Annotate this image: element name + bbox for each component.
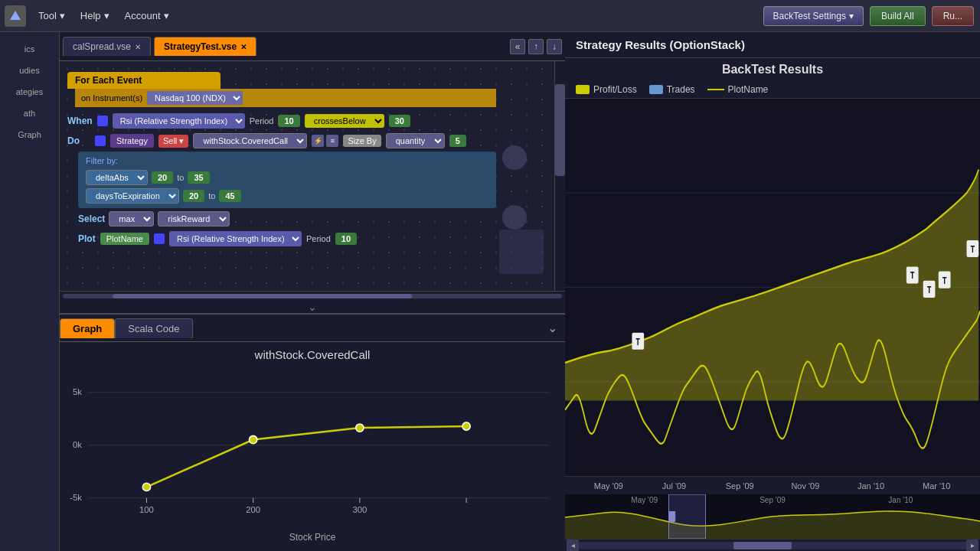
circular-control-2[interactable] bbox=[502, 205, 527, 230]
timeline-axis: May '09 Jul '09 Sep '09 Nov '09 Jan '10 … bbox=[565, 476, 980, 494]
profit-loss-swatch bbox=[576, 85, 590, 94]
svg-text:T: T bbox=[942, 275, 947, 285]
select-label: Select bbox=[78, 214, 105, 224]
trades-swatch bbox=[649, 85, 663, 94]
timeline-mar10: Mar '10 bbox=[903, 481, 969, 491]
help-menu[interactable]: Help ▾ bbox=[73, 7, 117, 24]
instrument-select[interactable]: Nasdaq 100 (NDX) bbox=[147, 91, 243, 105]
dte-row: daysToExpiration 20 to 45 bbox=[86, 188, 488, 204]
size-value[interactable]: 5 bbox=[449, 135, 466, 147]
scala-code-tab[interactable]: Scala Code bbox=[115, 318, 192, 338]
dte-to[interactable]: 45 bbox=[219, 190, 240, 202]
run-button[interactable]: Ru... bbox=[932, 6, 974, 26]
sidebar-item-strategies[interactable]: ategies bbox=[0, 81, 59, 103]
strategy-results-header: Strategy Results (OptionStack) bbox=[565, 32, 980, 58]
crosses-value[interactable]: 30 bbox=[389, 115, 410, 127]
chart-area: withStock.CoveredCall 5k 0k -5k 100 bbox=[60, 342, 565, 551]
period-label-plot: Period bbox=[306, 234, 331, 243]
scroll-left-btn[interactable]: ◂ bbox=[567, 540, 579, 552]
hscroll-thumb[interactable] bbox=[113, 294, 412, 298]
quantity-dropdown[interactable]: quantity bbox=[386, 133, 445, 148]
when-row: When Rsi (Relative Strength Index) Perio… bbox=[67, 113, 496, 129]
svg-text:100: 100 bbox=[139, 505, 154, 514]
dte-from[interactable]: 20 bbox=[183, 190, 204, 202]
svg-text:T: T bbox=[971, 243, 975, 254]
svg-text:T: T bbox=[927, 284, 932, 295]
strategy-icons: ⚡ ≡ bbox=[312, 135, 338, 147]
collapse-row[interactable]: ⌄ bbox=[60, 300, 565, 314]
size-by-label: Size By bbox=[343, 135, 381, 147]
mini-chart: May '09 Sep '09 Jan '10 bbox=[565, 494, 980, 539]
mini-jan10: Jan '10 bbox=[837, 496, 965, 504]
sidebar-item-graph[interactable]: Graph bbox=[0, 124, 59, 145]
backtest-settings-button[interactable]: BackTest Settings ▾ bbox=[763, 6, 864, 26]
svg-point-15 bbox=[250, 435, 257, 443]
ghost-block bbox=[499, 230, 544, 274]
plot-row: Plot PlotName Rsi (Relative Strength Ind… bbox=[78, 231, 496, 246]
riskrew-dropdown[interactable]: riskReward bbox=[158, 211, 230, 227]
plot-name-block: PlotName bbox=[100, 233, 149, 245]
legend-profit-loss: Profit/Loss bbox=[576, 84, 637, 95]
sidebar-item-basics[interactable]: ics bbox=[0, 38, 59, 60]
sidebar-item-studies[interactable]: udies bbox=[0, 60, 59, 81]
tab-controls: « ↑ ↓ bbox=[510, 39, 562, 54]
tab-calspread[interactable]: calSpread.vse ✕ bbox=[63, 37, 151, 56]
timeline-jan10: Jan '10 bbox=[838, 481, 904, 491]
mini-scroll-track[interactable] bbox=[579, 542, 966, 549]
legend-bar: Profit/Loss Trades PlotName bbox=[565, 81, 980, 99]
tab-close-calspread[interactable]: ✕ bbox=[135, 43, 141, 51]
strategy-icon-1: ⚡ bbox=[312, 135, 324, 147]
do-row: Do Strategy Sell ▾ withStock.CoveredCall… bbox=[67, 133, 496, 148]
expand-icon[interactable]: ↑ bbox=[528, 39, 544, 54]
sidebar-item-math[interactable]: ath bbox=[0, 103, 59, 124]
backtest-chart: T T T T T bbox=[565, 99, 980, 476]
chart-svg: 5k 0k -5k 100 200 300 bbox=[60, 367, 565, 536]
hscroll-track[interactable] bbox=[63, 294, 562, 298]
sell-dropdown[interactable]: Sell ▾ bbox=[158, 135, 188, 148]
mini-scroll-thumb[interactable] bbox=[733, 542, 792, 549]
download-icon[interactable]: ↓ bbox=[547, 39, 562, 54]
left-panel: calSpread.vse ✕ StrategyTest.vse ✕ « ↑ ↓… bbox=[60, 32, 565, 551]
to-label-2: to bbox=[208, 191, 215, 201]
svg-text:-5k: -5k bbox=[70, 493, 82, 502]
timeline-may09: May '09 bbox=[576, 481, 642, 491]
period-value-when[interactable]: 10 bbox=[278, 115, 299, 127]
crosses-below-dropdown[interactable]: crossesBelow bbox=[305, 114, 384, 128]
period-label-when: Period bbox=[250, 116, 274, 126]
delta-row: deltaAbs 20 to 35 bbox=[86, 170, 488, 185]
graph-tab[interactable]: Graph bbox=[60, 318, 115, 338]
do-checkbox[interactable] bbox=[95, 135, 106, 146]
circular-control-1[interactable] bbox=[502, 145, 527, 170]
max-dropdown[interactable]: max bbox=[109, 211, 154, 227]
tab-strategytest[interactable]: StrategyTest.vse ✕ bbox=[154, 37, 256, 56]
plotname-line bbox=[707, 89, 724, 90]
bottom-collapse-btn[interactable]: ⌄ bbox=[540, 318, 565, 338]
build-all-button[interactable]: Build All bbox=[870, 6, 926, 26]
when-checkbox[interactable] bbox=[97, 116, 108, 126]
strategy-block: Strategy bbox=[110, 134, 154, 148]
plot-rsi-dropdown[interactable]: Rsi (Relative Strength Index) bbox=[169, 231, 302, 246]
plot-period-value[interactable]: 10 bbox=[335, 233, 357, 245]
editor-vscroll[interactable] bbox=[554, 61, 565, 291]
account-menu[interactable]: Account ▾ bbox=[117, 7, 177, 24]
plot-checkbox[interactable] bbox=[154, 233, 165, 244]
delta-from[interactable]: 20 bbox=[152, 171, 173, 184]
scroll-right-btn[interactable]: ▸ bbox=[966, 540, 978, 552]
delta-dropdown[interactable]: deltaAbs bbox=[86, 170, 148, 185]
svg-text:300: 300 bbox=[352, 505, 367, 514]
collapse-left-icon[interactable]: « bbox=[510, 39, 525, 54]
editor-vscroll-thumb[interactable] bbox=[555, 84, 565, 176]
mini-may09: May '09 bbox=[580, 496, 708, 504]
svg-text:T: T bbox=[910, 270, 915, 281]
editor-area: For Each Event on Instrument(s) Nasdaq 1… bbox=[60, 61, 565, 291]
delta-to[interactable]: 35 bbox=[188, 171, 209, 184]
tab-close-strategytest[interactable]: ✕ bbox=[240, 43, 247, 51]
dte-dropdown[interactable]: daysToExpiration bbox=[86, 188, 179, 204]
strategy-type-dropdown[interactable]: withStock.CoveredCall bbox=[193, 133, 307, 148]
main-layout: ics udies ategies ath Graph calSpread.vs… bbox=[0, 32, 980, 551]
tool-menu[interactable]: Tool ▾ bbox=[31, 7, 73, 24]
rsi-dropdown[interactable]: Rsi (Relative Strength Index) bbox=[113, 113, 245, 129]
svg-text:5k: 5k bbox=[73, 387, 82, 396]
legend-trades: Trades bbox=[649, 84, 695, 95]
app-logo bbox=[5, 5, 26, 27]
